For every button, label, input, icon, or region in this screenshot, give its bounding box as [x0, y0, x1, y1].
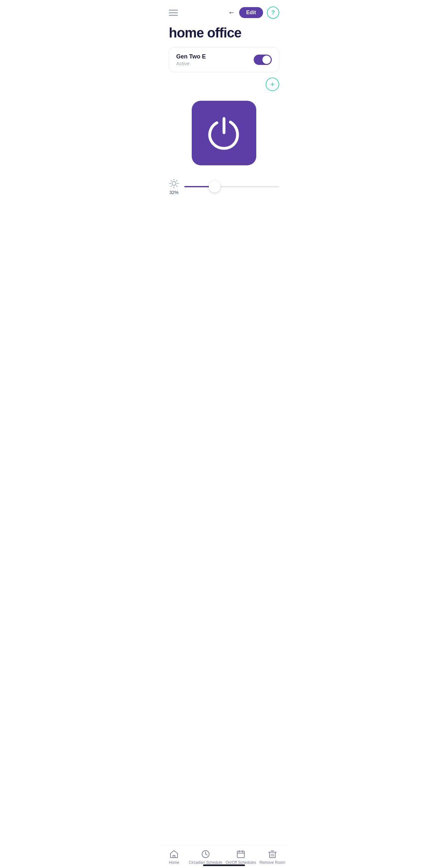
device-status: Active	[176, 61, 206, 66]
power-button[interactable]	[192, 101, 256, 165]
device-toggle[interactable]	[254, 55, 272, 65]
nav-label-circadian: Circadian Schedule	[189, 860, 222, 865]
header: ← Edit ?	[161, 0, 287, 22]
slider-thumb[interactable]	[209, 181, 220, 192]
page-title: home office	[161, 22, 287, 47]
calendar-icon	[236, 849, 245, 859]
device-name: Gen Two E	[176, 53, 206, 60]
power-icon	[206, 115, 242, 151]
plus-icon: +	[270, 80, 275, 89]
device-info: Gen Two E Active	[176, 53, 206, 66]
home-icon	[169, 849, 179, 859]
svg-line-12	[205, 854, 207, 855]
help-button[interactable]: ?	[267, 6, 279, 19]
question-icon: ?	[271, 9, 275, 16]
clock-icon	[201, 849, 210, 859]
nav-label-remove: Remove Room	[259, 860, 285, 865]
nav-item-home[interactable]: Home	[163, 849, 185, 865]
nav-item-circadian[interactable]: Circadian Schedule	[189, 849, 222, 865]
device-card: Gen Two E Active	[169, 47, 279, 72]
svg-rect-9	[173, 856, 175, 858]
brightness-slider[interactable]	[184, 181, 279, 192]
back-arrow-icon: ←	[228, 8, 235, 17]
nav-label-onoff: On/Off Schedules	[226, 860, 256, 865]
brightness-section: 32%	[161, 178, 287, 202]
home-indicator	[203, 864, 245, 866]
svg-rect-13	[237, 851, 244, 858]
sun-icon-container: 32%	[169, 178, 179, 195]
toggle-track[interactable]	[254, 55, 272, 65]
brightness-percent: 32%	[169, 190, 179, 195]
svg-line-6	[176, 186, 177, 187]
svg-line-7	[176, 180, 177, 181]
nav-label-home: Home	[169, 860, 179, 865]
svg-line-5	[171, 180, 172, 181]
hamburger-menu[interactable]	[169, 10, 178, 16]
trash-icon	[268, 849, 277, 859]
add-button[interactable]: +	[266, 78, 279, 91]
edit-button[interactable]: Edit	[239, 7, 263, 18]
nav-item-remove[interactable]: Remove Room	[259, 849, 285, 865]
header-actions: ← Edit ?	[228, 6, 279, 19]
toggle-thumb	[262, 56, 271, 64]
power-btn-container	[161, 91, 287, 178]
svg-point-0	[172, 182, 176, 185]
nav-item-onoff[interactable]: On/Off Schedules	[226, 849, 256, 865]
slider-track	[184, 186, 279, 187]
add-btn-container: +	[161, 72, 287, 91]
back-button[interactable]: ←	[228, 8, 235, 17]
svg-line-8	[171, 186, 172, 187]
brightness-row: 32%	[169, 178, 279, 195]
sun-icon	[169, 178, 179, 189]
